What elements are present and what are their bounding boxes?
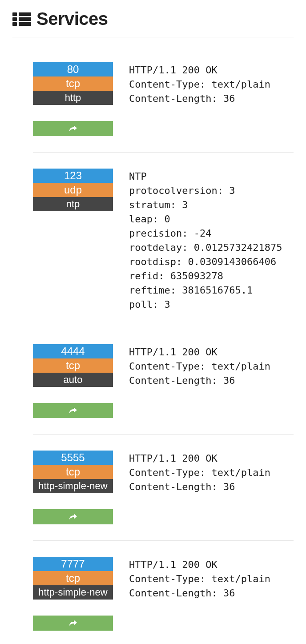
service-badge: auto <box>33 373 113 387</box>
service-badge: http <box>33 91 113 105</box>
share-icon <box>68 125 78 133</box>
list-icon <box>12 12 31 27</box>
service-row: 80 tcp http HTTP/1.1 200 OK Content-Type… <box>33 46 294 153</box>
protocol-badge: tcp <box>33 465 113 479</box>
badge-stack: 80 tcp http <box>33 62 113 105</box>
badge-stack: 123 udp ntp <box>33 169 113 211</box>
protocol-badge: tcp <box>33 76 113 91</box>
service-row: 7777 tcp http-simple-new HTTP/1.1 200 OK… <box>33 541 294 644</box>
port-badge[interactable]: 4444 <box>33 344 113 358</box>
badge-stack: 5555 tcp http-simple-new <box>33 451 113 493</box>
service-badges-column: 80 tcp http <box>33 62 113 136</box>
share-button[interactable] <box>33 509 113 524</box>
service-badges-column: 4444 tcp auto <box>33 344 113 418</box>
svg-rect-1 <box>19 12 31 16</box>
service-detail-text: HTTP/1.1 200 OK Content-Type: text/plain… <box>129 557 270 600</box>
share-icon <box>68 407 78 415</box>
protocol-badge: tcp <box>33 358 113 373</box>
service-badge: http-simple-new <box>33 479 113 493</box>
port-badge[interactable]: 5555 <box>33 451 113 465</box>
port-badge[interactable]: 80 <box>33 62 113 76</box>
service-badges-column: 5555 tcp http-simple-new <box>33 451 113 524</box>
service-row: 123 udp ntp NTP protocolversion: 3 strat… <box>33 153 294 328</box>
port-badge[interactable]: 7777 <box>33 557 113 571</box>
share-icon <box>68 513 78 521</box>
service-detail-text: HTTP/1.1 200 OK Content-Type: text/plain… <box>129 62 270 106</box>
page-title: Services <box>36 9 108 29</box>
service-row: 4444 tcp auto HTTP/1.1 200 OK Content-Ty… <box>33 328 294 435</box>
svg-rect-0 <box>12 12 17 16</box>
service-detail-text: NTP protocolversion: 3 stratum: 3 leap: … <box>129 169 282 312</box>
svg-rect-4 <box>12 22 17 26</box>
protocol-badge: tcp <box>33 571 113 585</box>
share-button[interactable] <box>33 403 113 418</box>
protocol-badge: udp <box>33 183 113 197</box>
service-badge: ntp <box>33 197 113 211</box>
service-badges-column: 123 udp ntp <box>33 169 113 211</box>
services-list: 80 tcp http HTTP/1.1 200 OK Content-Type… <box>12 37 294 644</box>
service-detail-text: HTTP/1.1 200 OK Content-Type: text/plain… <box>129 451 270 494</box>
port-badge[interactable]: 123 <box>33 169 113 183</box>
badge-stack: 4444 tcp auto <box>33 344 113 387</box>
share-button[interactable] <box>33 121 113 136</box>
share-button[interactable] <box>33 616 113 631</box>
share-icon <box>68 619 78 627</box>
service-badge: http-simple-new <box>33 585 113 600</box>
service-row: 5555 tcp http-simple-new HTTP/1.1 200 OK… <box>33 435 294 541</box>
service-badges-column: 7777 tcp http-simple-new <box>33 557 113 631</box>
badge-stack: 7777 tcp http-simple-new <box>33 557 113 600</box>
svg-rect-3 <box>19 17 31 21</box>
svg-rect-2 <box>12 17 17 21</box>
svg-rect-5 <box>19 22 31 26</box>
service-detail-text: HTTP/1.1 200 OK Content-Type: text/plain… <box>129 344 270 388</box>
page-header: Services <box>12 0 294 37</box>
